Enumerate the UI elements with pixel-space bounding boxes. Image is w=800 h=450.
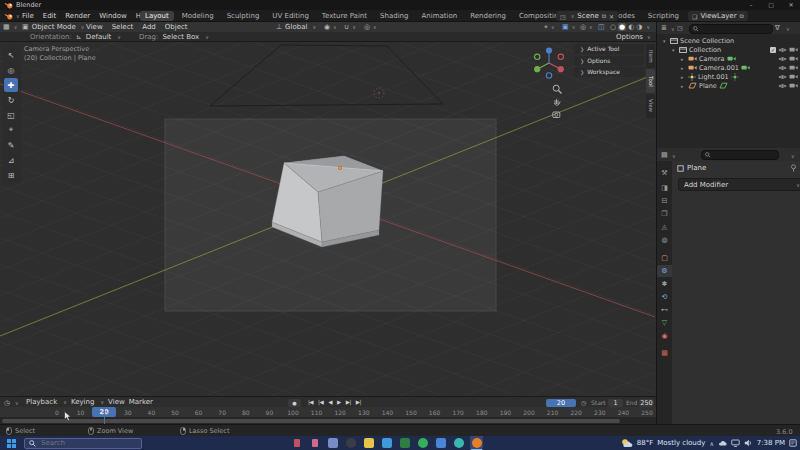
tool-cursor[interactable]: ◎ [4,63,18,77]
timeline-editor-icon[interactable]: ◷ [4,399,10,407]
clock[interactable]: 7:38 PM [757,439,785,447]
menu-edit[interactable]: Edit [43,12,57,20]
unlink-scene-icon[interactable]: ✕ [609,13,614,20]
tool-rotate[interactable]: ↻ [4,93,18,107]
viewport-menu-add[interactable]: Add [142,23,156,31]
workspace-tab-animation[interactable]: Animation [416,11,462,21]
expand-icon[interactable]: ▸ [681,56,686,62]
timeline-menu-marker[interactable]: Marker [129,398,153,406]
tool-scale[interactable]: ◱ [4,108,18,122]
properties-tab-tool[interactable]: ⚒ [657,167,672,179]
expand-icon[interactable]: ▸ [681,83,686,89]
rendered-shading-icon[interactable]: ◑ [636,23,642,31]
orientation-value[interactable]: Default [86,33,112,41]
onedrive-icon[interactable] [718,439,727,447]
tray-chevron-up-icon[interactable]: ∧ [709,440,713,447]
jump-to-next-keyframe-button[interactable]: ▶| [344,399,353,405]
add-modifier-button[interactable]: Add Modifier ∨ [678,178,800,191]
tool-measure[interactable]: ⊿ [4,153,18,167]
snap-selector[interactable]: ∪∨ [344,22,356,32]
navigation-gizmo[interactable] [531,45,567,81]
menu-render[interactable]: Render [65,12,90,20]
expand-icon[interactable]: ▸ [681,65,686,71]
mode-selector[interactable]: ▣ Object Mode ∨ [22,22,84,32]
jump-to-prev-keyframe-button[interactable]: |◀ [316,399,325,405]
wireframe-shading-icon[interactable]: ○ [610,23,616,31]
taskbar-app-tasks-app[interactable] [380,436,393,450]
eye-toggle-icon[interactable] [778,74,787,80]
collapse-icon[interactable]: ▾ [672,47,677,53]
taskbar-search-input[interactable] [39,438,133,448]
outliner-row-camera-001[interactable]: ▸Camera.001 [657,63,800,72]
tool-annotate[interactable]: ✎ [4,138,18,152]
outliner-search-input[interactable] [700,25,769,32]
camera-toggle-icon[interactable] [789,73,798,80]
sidebar-section-options[interactable]: ❯Options [574,56,644,66]
taskbar-app-widget-pink[interactable] [308,436,321,450]
view-layer-selector[interactable]: ❏ ViewLayer ⧉ [688,11,748,21]
outliner-search[interactable] [689,24,773,34]
light-object[interactable] [374,88,384,98]
viewport-menu-view[interactable]: View [86,23,103,31]
outliner-row-plane[interactable]: ▸Plane [657,81,800,90]
play-button[interactable]: ▶ [335,399,343,405]
checkbox-toggle[interactable]: ✓ [770,47,776,53]
sidebar-tab-item[interactable]: Item [646,44,655,68]
filter-icon[interactable]: ∇ [775,24,780,32]
options-button[interactable]: Options ∨ [616,32,651,41]
properties-search-input[interactable] [712,152,775,159]
outliner-row-light-001[interactable]: ▸Light.001 [657,72,800,81]
sidebar-tab-tool[interactable]: Tool [646,69,655,93]
3d-viewport[interactable]: ↖◎✚↻◱⌖✎⊿⊞ Camera Perspective (20) Collec… [0,42,656,396]
drag-value[interactable]: Select Box [162,33,199,41]
blender-menu-icon[interactable] [4,13,13,20]
properties-tab-object[interactable]: ▢ [657,252,672,264]
outliner-row-camera[interactable]: ▸Camera [657,54,800,63]
taskbar-app-blue-folder-app[interactable] [434,436,447,450]
overlays-toggle[interactable]: ▣∨ [562,22,575,32]
action-center-icon[interactable] [789,439,797,447]
tool-transform[interactable]: ⌖ [4,123,18,137]
workspace-tab-scripting[interactable]: Scripting [643,11,684,21]
network-icon[interactable] [731,439,740,447]
pivot-point-selector[interactable]: ◉∨ [324,22,337,32]
properties-search[interactable] [701,150,779,160]
close-button[interactable]: ✕ [782,0,800,10]
taskbar-search[interactable] [24,438,142,449]
outliner-row-collection[interactable]: ▾Collection✓ [657,45,800,54]
camera-toggle-icon[interactable] [789,55,798,62]
keycap-object[interactable] [272,156,383,247]
timeline-scrollbar-track[interactable] [0,417,656,424]
properties-tab-particles[interactable]: ✱ [657,278,672,290]
properties-tab-physics[interactable]: ⟲ [657,291,672,303]
viewport-menu-object[interactable]: Object [165,23,188,31]
new-scene-icon[interactable]: ⧉ [602,12,606,20]
scene-selector[interactable]: ◳∨ Scene ⧉ ✕ [556,11,618,21]
collapse-icon[interactable]: ▾ [663,38,668,44]
eye-toggle-icon[interactable] [778,56,787,62]
workspace-tab-texture-paint[interactable]: Texture Paint [317,11,372,21]
solid-shading-icon[interactable]: ● [618,23,626,31]
menu-file[interactable]: File [22,12,34,20]
workspace-tab-rendering[interactable]: Rendering [465,11,511,21]
weather-temperature[interactable]: 88°F [637,439,653,447]
transform-orientation-selector[interactable]: ⊥ Global ∨ [276,22,316,32]
taskbar-app-media-player[interactable] [326,436,339,450]
editor-type-selector[interactable]: ▦∨ [3,22,17,32]
x-axis-handle[interactable] [558,66,564,72]
properties-tab-scene[interactable]: ◬ [657,221,672,233]
workspace-tab-sculpting[interactable]: Sculpting [222,11,265,21]
timeline-menu-view[interactable]: View [108,398,125,406]
new-view-layer-icon[interactable]: ⧉ [740,12,744,20]
taskbar-app-teal-app[interactable] [452,436,465,450]
sidebar-tab-view[interactable]: View [646,94,655,118]
camera-view-icon[interactable] [552,110,563,119]
eye-toggle-icon[interactable] [778,65,787,71]
timeline-menu-playback[interactable]: Playback [26,398,57,406]
z-axis-handle[interactable] [546,47,552,53]
display-mode-icon[interactable]: ◳ [677,24,683,31]
properties-tab-output[interactable]: ⊟ [657,195,672,207]
tool-add-cube[interactable]: ⊞ [4,168,18,182]
taskbar-app-file-explorer[interactable] [362,436,375,450]
gizmos-toggle[interactable]: ⌖∨ [544,22,555,32]
